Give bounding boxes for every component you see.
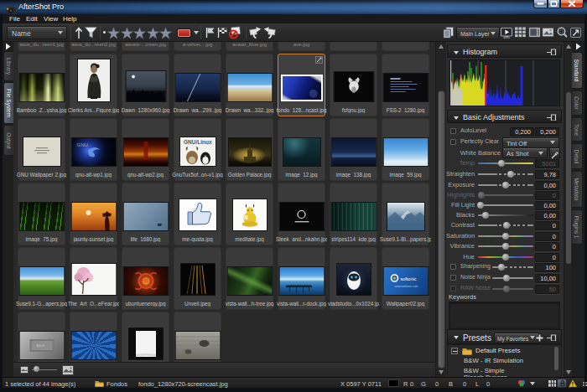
svg-text:www.softonic.com: www.softonic.com	[394, 285, 418, 288]
svg-text:GNU/Linux: GNU/Linux	[184, 139, 212, 145]
svg-text:GNU: GNU	[76, 142, 87, 147]
svg-text:ASUS: ASUS	[36, 344, 44, 348]
svg-text:softonic: softonic	[400, 276, 416, 281]
